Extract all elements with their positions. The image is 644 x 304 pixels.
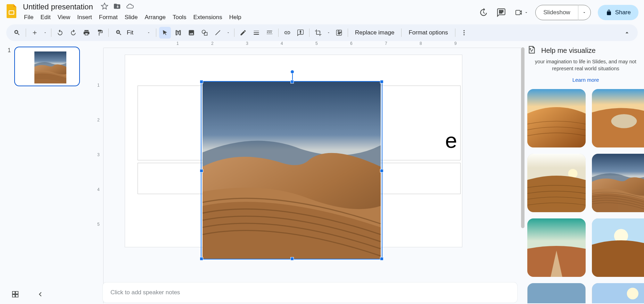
- speaker-notes-placeholder: Click to add speaker notes: [110, 289, 180, 296]
- print-icon[interactable]: [81, 27, 92, 39]
- learn-more-link[interactable]: Learn more: [527, 77, 644, 83]
- svg-rect-13: [204, 32, 207, 35]
- panel-title: Help me visualize: [541, 47, 596, 55]
- slide-number: 1: [8, 47, 11, 303]
- help-me-visualize-panel: Help me visualize your imagination to li…: [521, 41, 644, 303]
- zoom-dropdown[interactable]: [146, 27, 152, 39]
- svg-point-16: [463, 34, 464, 35]
- meet-button[interactable]: [514, 9, 528, 16]
- toolbar: Fit Replace image Format options: [6, 24, 638, 41]
- select-tool-icon[interactable]: [159, 27, 171, 39]
- line-dropdown[interactable]: [225, 27, 231, 39]
- menu-tools[interactable]: Tools: [170, 13, 190, 22]
- menu-bar: File Edit View Insert Format Slide Arran…: [21, 13, 478, 22]
- slideshow-dropdown[interactable]: [578, 5, 591, 20]
- redo-icon[interactable]: [67, 27, 79, 39]
- undo-icon[interactable]: [54, 27, 66, 39]
- format-options-button[interactable]: Format options: [404, 27, 452, 39]
- star-icon[interactable]: [101, 2, 108, 11]
- suggestion-tile-1[interactable]: [527, 89, 586, 147]
- comments-icon[interactable]: [496, 7, 507, 18]
- svg-point-19: [627, 288, 638, 299]
- suggestion-tile-8[interactable]: [592, 283, 644, 303]
- menu-help[interactable]: Help: [226, 13, 245, 22]
- ruler-vertical: 1 2 3 4 5: [96, 48, 104, 303]
- link-icon[interactable]: [281, 27, 293, 39]
- border-weight-icon[interactable]: [250, 27, 262, 39]
- menu-format[interactable]: Format: [96, 13, 121, 22]
- suggestion-tile-5[interactable]: [527, 218, 586, 277]
- visualize-icon: [527, 45, 536, 56]
- cloud-status-icon[interactable]: [126, 2, 134, 11]
- slide-canvas[interactable]: 1 2 3 4 5 6 7 8 9 1 2 3 4 5 e: [86, 41, 521, 303]
- speaker-notes[interactable]: Click to add speaker notes: [103, 282, 517, 303]
- slideshow-button[interactable]: Slideshow: [535, 5, 591, 20]
- more-icon[interactable]: [458, 27, 470, 39]
- menu-file[interactable]: File: [21, 13, 36, 22]
- svg-rect-11: [9, 11, 14, 14]
- suggestion-tile-2[interactable]: [592, 89, 644, 147]
- new-slide-icon[interactable]: [29, 27, 41, 39]
- grid-view-icon[interactable]: [10, 289, 21, 300]
- comment-icon[interactable]: [295, 27, 306, 39]
- history-icon[interactable]: [478, 7, 489, 18]
- textbox-icon[interactable]: [172, 27, 184, 39]
- panel-description: your imagination to life in Slides, and …: [527, 58, 644, 72]
- svg-point-14: [463, 30, 464, 31]
- zoom-level[interactable]: Fit: [127, 29, 143, 36]
- border-dash-icon[interactable]: [264, 27, 275, 39]
- menu-edit[interactable]: Edit: [37, 13, 53, 22]
- svg-rect-17: [528, 283, 586, 303]
- slide-thumbnail-1[interactable]: [14, 47, 80, 86]
- suggestion-tile-7[interactable]: [527, 283, 586, 303]
- title-peek-char: e: [445, 128, 457, 153]
- line-icon[interactable]: [212, 27, 224, 39]
- paint-format-icon[interactable]: [94, 27, 106, 39]
- menu-extensions[interactable]: Extensions: [190, 13, 225, 22]
- menu-view[interactable]: View: [55, 13, 74, 22]
- image-icon[interactable]: [185, 27, 197, 39]
- share-button[interactable]: Share: [598, 5, 638, 20]
- canvas-scrollbar[interactable]: [521, 47, 525, 228]
- doc-title[interactable]: Untitled presentation: [21, 2, 95, 11]
- border-color-icon[interactable]: [237, 27, 249, 39]
- suggestion-tile-6[interactable]: [592, 218, 644, 277]
- app-logo[interactable]: [4, 3, 19, 19]
- replace-image-button[interactable]: Replace image: [351, 27, 398, 39]
- new-slide-dropdown[interactable]: [42, 27, 48, 39]
- menu-arrange[interactable]: Arrange: [141, 13, 168, 22]
- svg-point-15: [463, 32, 464, 33]
- mask-dropdown[interactable]: [325, 27, 332, 39]
- ruler-horizontal: 1 2 3 4 5 6 7 8 9: [104, 41, 521, 48]
- selected-image[interactable]: [201, 81, 382, 259]
- collapse-filmstrip-icon[interactable]: [35, 289, 46, 300]
- suggestion-tile-3[interactable]: [527, 154, 586, 212]
- filmstrip: 1: [0, 41, 86, 303]
- zoom-icon[interactable]: [113, 27, 125, 39]
- menu-insert[interactable]: Insert: [74, 13, 95, 22]
- shape-icon[interactable]: [199, 27, 210, 39]
- svg-point-12: [202, 30, 206, 34]
- reset-image-icon[interactable]: [333, 27, 345, 39]
- move-icon[interactable]: [113, 2, 121, 11]
- search-menu-icon[interactable]: [11, 27, 23, 39]
- menu-slide[interactable]: Slide: [122, 13, 141, 22]
- collapse-toolbar-icon[interactable]: [621, 27, 633, 39]
- crop-icon[interactable]: [312, 27, 324, 39]
- suggestion-tile-4[interactable]: [592, 154, 644, 212]
